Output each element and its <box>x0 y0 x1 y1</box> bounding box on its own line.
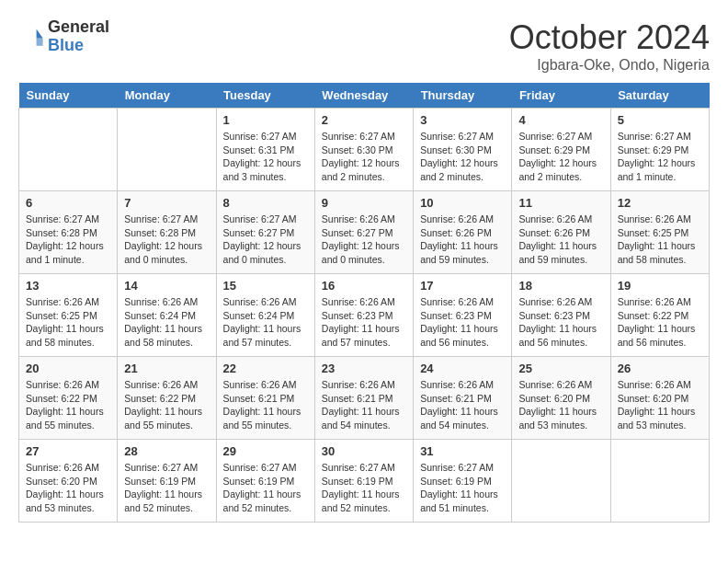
day-info: Sunrise: 6:27 AM Sunset: 6:28 PM Dayligh… <box>124 213 209 267</box>
day-number: 1 <box>223 113 308 127</box>
day-number: 30 <box>322 444 406 458</box>
calendar-day-cell: 25Sunrise: 6:26 AM Sunset: 6:20 PM Dayli… <box>512 357 610 440</box>
calendar-day-cell: 30Sunrise: 6:27 AM Sunset: 6:19 PM Dayli… <box>314 440 413 523</box>
day-info: Sunrise: 6:26 AM Sunset: 6:21 PM Dayligh… <box>322 378 406 432</box>
calendar-day-cell: 4Sunrise: 6:27 AM Sunset: 6:29 PM Daylig… <box>512 109 610 191</box>
day-info: Sunrise: 6:27 AM Sunset: 6:30 PM Dayligh… <box>420 130 505 184</box>
day-number: 23 <box>322 362 406 375</box>
logo: GeneralBlue <box>18 18 109 55</box>
day-number: 28 <box>124 444 209 458</box>
day-number: 2 <box>322 113 406 127</box>
day-info: Sunrise: 6:26 AM Sunset: 6:20 PM Dayligh… <box>518 378 603 432</box>
calendar-day-cell <box>610 440 709 523</box>
day-number: 18 <box>518 279 603 293</box>
day-number: 21 <box>124 362 209 375</box>
calendar-day-cell: 12Sunrise: 6:26 AM Sunset: 6:25 PM Dayli… <box>610 191 709 274</box>
day-number: 8 <box>223 196 308 210</box>
calendar-day-cell: 29Sunrise: 6:27 AM Sunset: 6:19 PM Dayli… <box>216 440 314 523</box>
calendar-day-cell: 23Sunrise: 6:26 AM Sunset: 6:21 PM Dayli… <box>314 357 413 440</box>
day-number: 9 <box>322 196 406 210</box>
weekday-header: Tuesday <box>216 83 314 109</box>
svg-marker-1 <box>37 38 43 45</box>
calendar-day-cell: 22Sunrise: 6:26 AM Sunset: 6:21 PM Dayli… <box>216 357 314 440</box>
calendar-day-cell: 2Sunrise: 6:27 AM Sunset: 6:30 PM Daylig… <box>314 109 413 191</box>
day-number: 13 <box>26 279 110 293</box>
weekday-header: Saturday <box>610 83 709 109</box>
month-title: October 2024 <box>509 18 710 57</box>
calendar-day-cell: 21Sunrise: 6:26 AM Sunset: 6:22 PM Dayli… <box>118 357 216 440</box>
day-number: 7 <box>124 196 209 210</box>
day-info: Sunrise: 6:27 AM Sunset: 6:27 PM Dayligh… <box>223 213 308 267</box>
page-header: GeneralBlue October 2024 Igbara-Oke, Ond… <box>18 18 710 74</box>
day-info: Sunrise: 6:27 AM Sunset: 6:28 PM Dayligh… <box>26 213 110 267</box>
day-number: 22 <box>223 362 308 375</box>
calendar-day-cell: 6Sunrise: 6:27 AM Sunset: 6:28 PM Daylig… <box>19 191 118 274</box>
day-number: 10 <box>420 196 505 210</box>
calendar-day-cell: 31Sunrise: 6:27 AM Sunset: 6:19 PM Dayli… <box>414 440 512 523</box>
calendar-day-cell: 18Sunrise: 6:26 AM Sunset: 6:23 PM Dayli… <box>512 274 610 357</box>
calendar-week-row: 6Sunrise: 6:27 AM Sunset: 6:28 PM Daylig… <box>19 191 710 274</box>
day-info: Sunrise: 6:26 AM Sunset: 6:23 PM Dayligh… <box>420 295 505 350</box>
day-info: Sunrise: 6:26 AM Sunset: 6:24 PM Dayligh… <box>223 295 308 350</box>
day-info: Sunrise: 6:26 AM Sunset: 6:26 PM Dayligh… <box>420 213 505 267</box>
day-number: 25 <box>518 362 603 375</box>
day-number: 4 <box>518 113 603 127</box>
day-info: Sunrise: 6:27 AM Sunset: 6:19 PM Dayligh… <box>322 461 406 515</box>
day-info: Sunrise: 6:26 AM Sunset: 6:27 PM Dayligh… <box>322 213 406 267</box>
calendar-day-cell: 1Sunrise: 6:27 AM Sunset: 6:31 PM Daylig… <box>216 109 314 191</box>
weekday-header: Thursday <box>414 83 512 109</box>
day-info: Sunrise: 6:26 AM Sunset: 6:20 PM Dayligh… <box>618 378 702 432</box>
weekday-header: Wednesday <box>314 83 413 109</box>
day-info: Sunrise: 6:26 AM Sunset: 6:21 PM Dayligh… <box>223 378 308 432</box>
day-number: 26 <box>618 362 702 375</box>
day-info: Sunrise: 6:27 AM Sunset: 6:29 PM Dayligh… <box>618 130 702 184</box>
calendar-day-cell: 20Sunrise: 6:26 AM Sunset: 6:22 PM Dayli… <box>19 357 118 440</box>
day-number: 29 <box>223 444 308 458</box>
logo-icon <box>18 24 44 50</box>
calendar-table: SundayMondayTuesdayWednesdayThursdayFrid… <box>18 83 710 523</box>
day-info: Sunrise: 6:27 AM Sunset: 6:19 PM Dayligh… <box>223 461 308 515</box>
calendar-day-cell: 26Sunrise: 6:26 AM Sunset: 6:20 PM Dayli… <box>610 357 709 440</box>
calendar-week-row: 1Sunrise: 6:27 AM Sunset: 6:31 PM Daylig… <box>19 109 710 191</box>
day-number: 15 <box>223 279 308 293</box>
day-number: 6 <box>26 196 110 210</box>
calendar-day-cell: 13Sunrise: 6:26 AM Sunset: 6:25 PM Dayli… <box>19 274 118 357</box>
day-info: Sunrise: 6:26 AM Sunset: 6:23 PM Dayligh… <box>322 295 406 350</box>
day-number: 16 <box>322 279 406 293</box>
calendar-day-cell: 15Sunrise: 6:26 AM Sunset: 6:24 PM Dayli… <box>216 274 314 357</box>
calendar-day-cell: 9Sunrise: 6:26 AM Sunset: 6:27 PM Daylig… <box>314 191 413 274</box>
day-info: Sunrise: 6:27 AM Sunset: 6:19 PM Dayligh… <box>124 461 209 515</box>
calendar-day-cell: 3Sunrise: 6:27 AM Sunset: 6:30 PM Daylig… <box>414 109 512 191</box>
calendar-day-cell: 19Sunrise: 6:26 AM Sunset: 6:22 PM Dayli… <box>610 274 709 357</box>
day-number: 27 <box>26 444 110 458</box>
calendar-day-cell: 7Sunrise: 6:27 AM Sunset: 6:28 PM Daylig… <box>118 191 216 274</box>
calendar-day-cell: 17Sunrise: 6:26 AM Sunset: 6:23 PM Dayli… <box>414 274 512 357</box>
day-number: 17 <box>420 279 505 293</box>
day-info: Sunrise: 6:26 AM Sunset: 6:23 PM Dayligh… <box>518 295 603 350</box>
calendar-day-cell: 16Sunrise: 6:26 AM Sunset: 6:23 PM Dayli… <box>314 274 413 357</box>
logo-text: GeneralBlue <box>48 18 109 55</box>
day-info: Sunrise: 6:26 AM Sunset: 6:22 PM Dayligh… <box>124 378 209 432</box>
day-info: Sunrise: 6:27 AM Sunset: 6:29 PM Dayligh… <box>518 130 603 184</box>
calendar-week-row: 20Sunrise: 6:26 AM Sunset: 6:22 PM Dayli… <box>19 357 710 440</box>
day-info: Sunrise: 6:26 AM Sunset: 6:21 PM Dayligh… <box>420 378 505 432</box>
calendar-day-cell <box>512 440 610 523</box>
calendar-day-cell <box>19 109 118 191</box>
day-info: Sunrise: 6:27 AM Sunset: 6:19 PM Dayligh… <box>420 461 505 515</box>
calendar-day-cell: 14Sunrise: 6:26 AM Sunset: 6:24 PM Dayli… <box>118 274 216 357</box>
day-number: 11 <box>518 196 603 210</box>
location: Igbara-Oke, Ondo, Nigeria <box>509 57 710 74</box>
calendar-week-row: 27Sunrise: 6:26 AM Sunset: 6:20 PM Dayli… <box>19 440 710 523</box>
day-info: Sunrise: 6:26 AM Sunset: 6:20 PM Dayligh… <box>26 461 110 515</box>
weekday-header: Friday <box>512 83 610 109</box>
day-number: 20 <box>26 362 110 375</box>
calendar-day-cell: 27Sunrise: 6:26 AM Sunset: 6:20 PM Dayli… <box>19 440 118 523</box>
calendar-day-cell: 5Sunrise: 6:27 AM Sunset: 6:29 PM Daylig… <box>610 109 709 191</box>
weekday-header: Monday <box>118 83 216 109</box>
calendar-day-cell: 11Sunrise: 6:26 AM Sunset: 6:26 PM Dayli… <box>512 191 610 274</box>
calendar-week-row: 13Sunrise: 6:26 AM Sunset: 6:25 PM Dayli… <box>19 274 710 357</box>
calendar-day-cell: 28Sunrise: 6:27 AM Sunset: 6:19 PM Dayli… <box>118 440 216 523</box>
svg-marker-0 <box>37 29 43 38</box>
day-number: 3 <box>420 113 505 127</box>
day-info: Sunrise: 6:27 AM Sunset: 6:30 PM Dayligh… <box>322 130 406 184</box>
